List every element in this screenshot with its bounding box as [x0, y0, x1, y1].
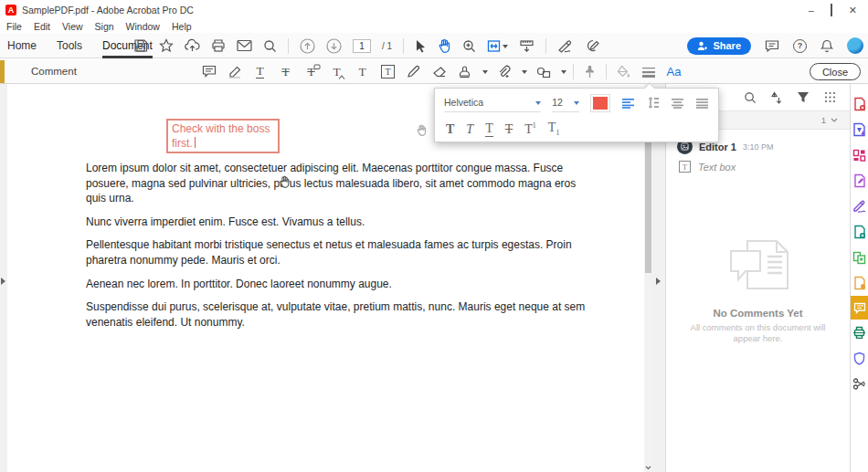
- comment-bubble-icon[interactable]: [765, 39, 779, 53]
- line-spacing-icon[interactable]: [646, 97, 660, 109]
- measure-tool-icon[interactable]: [519, 39, 535, 53]
- next-page-icon[interactable]: [326, 38, 342, 54]
- font-family-select[interactable]: Helvetica: [444, 94, 541, 112]
- print-icon[interactable]: [211, 38, 226, 53]
- export-pdf-icon[interactable]: [851, 117, 868, 142]
- attach-file-icon[interactable]: [494, 62, 513, 81]
- add-text-icon[interactable]: T: [353, 62, 372, 81]
- underline-icon[interactable]: T: [485, 122, 493, 137]
- protect-icon[interactable]: [851, 345, 868, 371]
- comment-options-icon[interactable]: [824, 91, 836, 103]
- email-icon[interactable]: [237, 39, 252, 52]
- align-justify-icon[interactable]: [695, 98, 709, 109]
- strikethrough-text-icon[interactable]: T: [276, 62, 295, 81]
- highlighter-icon[interactable]: [225, 62, 244, 81]
- superscript-icon[interactable]: T1: [524, 122, 536, 136]
- page-count-label: / 1: [382, 41, 392, 51]
- sort-comments-icon[interactable]: [771, 91, 782, 104]
- text-box-tool-icon[interactable]: T: [378, 62, 397, 81]
- expand-left-panel-icon[interactable]: [1, 278, 5, 285]
- previous-page-icon[interactable]: [300, 38, 315, 54]
- restore-icon: [831, 4, 832, 16]
- document-text: Lorem ipsum dolor sit amet, consectetuer…: [86, 161, 598, 338]
- italic-icon[interactable]: T: [466, 123, 473, 136]
- no-comments-placeholder: No Comments Yet All comments on this doc…: [666, 235, 850, 344]
- fill-color-icon[interactable]: [613, 62, 632, 81]
- align-left-icon[interactable]: [621, 98, 635, 109]
- zoom-in-icon[interactable]: [462, 39, 476, 53]
- text-box-annotation[interactable]: Check with the boss first.: [166, 119, 280, 153]
- share-button[interactable]: Share: [687, 37, 751, 55]
- search-comments-icon[interactable]: [744, 91, 757, 104]
- scroll-down-icon[interactable]: [645, 466, 651, 470]
- eraser-icon[interactable]: [429, 62, 449, 81]
- comment-author: Editor 1: [699, 142, 736, 152]
- tab-home[interactable]: Home: [7, 33, 37, 58]
- paragraph: Lorem ipsum dolor sit amet, consectetuer…: [86, 161, 598, 206]
- fill-sign-icon[interactable]: [585, 38, 600, 53]
- comment-tool-icon[interactable]: [851, 296, 868, 320]
- hand-tool-icon[interactable]: [438, 38, 451, 53]
- pin-keep-tool-icon[interactable]: [580, 62, 599, 81]
- draw-pencil-icon[interactable]: [404, 62, 423, 81]
- create-icon[interactable]: [851, 219, 868, 245]
- create-pdf-icon[interactable]: [851, 91, 868, 117]
- restore-button[interactable]: [831, 4, 832, 16]
- strikethrough-icon[interactable]: T: [505, 123, 513, 136]
- menu-window[interactable]: Window: [126, 21, 160, 32]
- close-comment-button[interactable]: Close: [810, 63, 861, 80]
- window-title: SamplePDF.pdf - Adobe Acrobat Pro DC: [22, 5, 194, 16]
- scan-ocr-icon[interactable]: [851, 320, 868, 345]
- more-tools-icon[interactable]: [851, 371, 868, 396]
- help-icon[interactable]: ?: [793, 39, 807, 53]
- expand-right-panel-icon[interactable]: [656, 278, 661, 285]
- insert-text-icon[interactable]: T: [327, 62, 346, 81]
- menu-sign[interactable]: Sign: [95, 21, 114, 32]
- empty-state-title: No Comments Yet: [666, 308, 850, 319]
- select-tool-icon[interactable]: [415, 39, 427, 53]
- edit-pdf-icon[interactable]: [851, 168, 868, 194]
- save-icon[interactable]: [133, 38, 148, 53]
- tools-sidebar: [850, 84, 868, 472]
- chevron-down-icon[interactable]: [561, 70, 566, 77]
- page-number-input[interactable]: [353, 39, 371, 53]
- menu-view[interactable]: View: [62, 21, 83, 32]
- line-weight-icon[interactable]: [639, 62, 658, 81]
- drawing-shapes-icon[interactable]: [534, 62, 553, 81]
- filter-comments-icon[interactable]: [797, 91, 810, 103]
- acrobat-logo-icon: A: [5, 5, 16, 16]
- fill-sign-icon[interactable]: [851, 194, 868, 219]
- menu-edit[interactable]: Edit: [34, 21, 50, 32]
- menu-file[interactable]: File: [6, 21, 22, 32]
- replace-text-icon[interactable]: T: [302, 62, 321, 81]
- search-icon[interactable]: [263, 39, 277, 53]
- user-avatar[interactable]: [847, 37, 863, 54]
- combine-files-icon[interactable]: [851, 245, 868, 270]
- text-properties-button[interactable]: Aa: [664, 62, 683, 81]
- zoom-fit-dropdown[interactable]: [487, 39, 508, 53]
- paragraph: Suspendisse dui purus, scelerisque at, v…: [86, 299, 598, 330]
- align-center-icon[interactable]: [671, 98, 684, 109]
- text-color-swatch[interactable]: [590, 94, 610, 112]
- subscript-icon[interactable]: T1: [548, 121, 560, 137]
- request-signatures-icon[interactable]: [851, 270, 868, 296]
- notifications-bell-icon[interactable]: [820, 39, 833, 53]
- star-icon[interactable]: [159, 38, 174, 53]
- comment-accent-strip: [0, 60, 5, 83]
- underline-text-icon[interactable]: T: [250, 62, 270, 81]
- chevron-down-icon[interactable]: [482, 70, 488, 77]
- sticky-note-icon[interactable]: [199, 62, 218, 81]
- stamp-icon[interactable]: [455, 62, 474, 81]
- font-size-select[interactable]: 12: [552, 94, 579, 112]
- tab-tools[interactable]: Tools: [57, 33, 82, 58]
- organize-pages-icon[interactable]: [851, 142, 868, 168]
- title-bar: A SamplePDF.pdf - Adobe Acrobat Pro DC –…: [0, 0, 868, 20]
- minimize-button[interactable]: –: [809, 4, 814, 16]
- chevron-down-icon[interactable]: [522, 70, 527, 77]
- sign-pen-icon[interactable]: [557, 39, 574, 53]
- menu-help[interactable]: Help: [172, 21, 192, 32]
- upload-cloud-icon[interactable]: [185, 38, 200, 53]
- close-window-button[interactable]: ✕: [849, 4, 857, 16]
- insert-caret-icon: [338, 75, 345, 79]
- bold-icon[interactable]: T: [446, 123, 454, 136]
